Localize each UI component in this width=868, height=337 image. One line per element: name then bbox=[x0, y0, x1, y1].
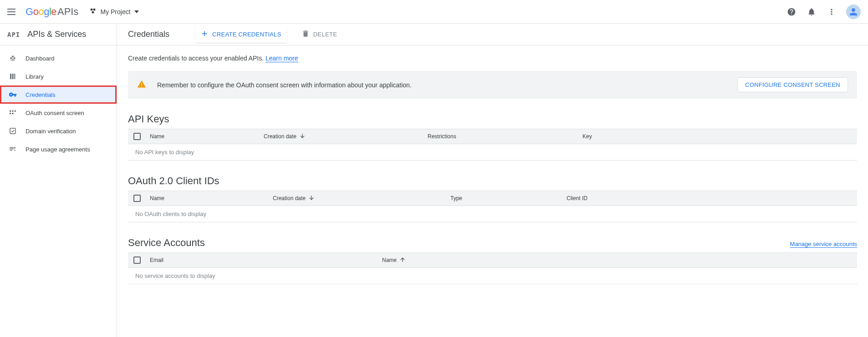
col-type[interactable]: Type bbox=[450, 195, 567, 201]
consent-icon bbox=[7, 107, 18, 118]
content-header: Credentials CREATE CREDENTIALS DELETE bbox=[117, 24, 868, 45]
help-icon[interactable] bbox=[786, 6, 797, 17]
arrow-up-icon bbox=[399, 257, 406, 264]
section-title: Service Accounts bbox=[128, 237, 205, 249]
section-oauth-clients: OAuth 2.0 Client IDs Name Creation date … bbox=[128, 175, 857, 222]
project-name: My Project bbox=[100, 8, 130, 15]
svg-rect-12 bbox=[12, 111, 14, 112]
table-header: Email Name bbox=[128, 252, 857, 268]
table-header: Name Creation date Restrictions Key bbox=[128, 129, 857, 144]
content: Credentials CREATE CREDENTIALS DELETE Cr… bbox=[117, 24, 868, 337]
domain-icon bbox=[7, 126, 18, 136]
empty-state: No API keys to display bbox=[128, 144, 857, 161]
empty-state: No service accounts to display bbox=[128, 268, 857, 284]
project-selector[interactable]: My Project bbox=[89, 7, 138, 16]
sidebar-header: API APIs & Services bbox=[0, 24, 117, 45]
select-all-checkbox[interactable] bbox=[133, 257, 141, 264]
trash-icon bbox=[301, 30, 310, 39]
col-creation-date[interactable]: Creation date bbox=[273, 195, 450, 202]
svg-rect-11 bbox=[10, 111, 11, 112]
key-icon bbox=[7, 89, 18, 100]
intro-text: Create credentials to access your enable… bbox=[128, 55, 857, 62]
arrow-down-icon bbox=[308, 195, 315, 202]
sidebar-item-oauth-consent[interactable]: OAuth consent screen bbox=[0, 104, 117, 122]
chevron-down-icon bbox=[134, 10, 139, 13]
warning-icon bbox=[137, 80, 146, 90]
sidebar-item-label: Domain verification bbox=[26, 128, 76, 135]
select-all-checkbox[interactable] bbox=[133, 133, 141, 140]
svg-point-2 bbox=[92, 11, 94, 13]
dashboard-icon bbox=[7, 53, 18, 64]
sidebar-title: APIs & Services bbox=[27, 30, 86, 39]
svg-rect-13 bbox=[15, 111, 16, 112]
svg-rect-15 bbox=[12, 113, 14, 114]
api-icon: API bbox=[7, 31, 20, 38]
svg-rect-14 bbox=[10, 113, 11, 114]
create-label: CREATE CREDENTIALS bbox=[212, 31, 281, 38]
sidebar-item-library[interactable]: Library bbox=[0, 67, 117, 86]
arrow-down-icon bbox=[299, 133, 306, 141]
manage-service-accounts-link[interactable]: Manage service accounts bbox=[790, 241, 857, 248]
svg-rect-9 bbox=[14, 74, 15, 79]
col-name[interactable]: Name bbox=[382, 257, 852, 264]
section-title: OAuth 2.0 Client IDs bbox=[128, 175, 220, 187]
sidebar-item-label: Library bbox=[26, 73, 44, 80]
alert-box: Remember to configure the OAuth consent … bbox=[128, 71, 857, 99]
col-key[interactable]: Key bbox=[582, 133, 852, 140]
svg-rect-7 bbox=[10, 74, 11, 79]
delete-button[interactable]: DELETE bbox=[296, 26, 342, 43]
project-icon bbox=[89, 7, 97, 16]
sidebar-item-label: OAuth consent screen bbox=[26, 110, 84, 116]
col-name[interactable]: Name bbox=[150, 195, 273, 201]
topbar: Google APIs My Project bbox=[0, 0, 868, 24]
select-all-checkbox[interactable] bbox=[133, 195, 141, 202]
svg-rect-10 bbox=[15, 74, 15, 79]
svg-point-1 bbox=[93, 8, 96, 10]
col-client-id[interactable]: Client ID bbox=[567, 195, 852, 201]
menu-icon[interactable] bbox=[7, 6, 18, 17]
delete-label: DELETE bbox=[313, 31, 337, 38]
svg-point-6 bbox=[12, 59, 14, 60]
svg-point-4 bbox=[12, 56, 14, 57]
svg-point-17 bbox=[14, 147, 15, 149]
apis-label: APIs bbox=[57, 6, 78, 18]
library-icon bbox=[7, 71, 18, 82]
avatar[interactable] bbox=[846, 5, 861, 19]
section-service-accounts: Service Accounts Manage service accounts… bbox=[128, 237, 857, 284]
svg-rect-8 bbox=[12, 74, 13, 79]
sidebar-item-page-usage[interactable]: Page usage agreements bbox=[0, 140, 117, 158]
col-email[interactable]: Email bbox=[150, 257, 382, 263]
sidebar-item-label: Credentials bbox=[26, 91, 56, 98]
empty-state: No OAuth clients to display bbox=[128, 206, 857, 222]
col-creation-date[interactable]: Creation date bbox=[264, 133, 428, 141]
sidebar-item-label: Dashboard bbox=[26, 55, 55, 62]
notifications-icon[interactable] bbox=[806, 6, 817, 17]
sidebar: API APIs & Services Dashboard Library bbox=[0, 24, 117, 337]
sidebar-item-credentials[interactable]: Credentials bbox=[0, 86, 117, 104]
col-name[interactable]: Name bbox=[150, 133, 264, 140]
google-apis-logo[interactable]: Google APIs bbox=[26, 6, 78, 18]
configure-consent-button[interactable]: CONFIGURE CONSENT SCREEN bbox=[737, 77, 848, 92]
more-vert-icon[interactable] bbox=[826, 6, 837, 17]
page-title: Credentials bbox=[128, 30, 169, 39]
svg-point-3 bbox=[10, 58, 12, 59]
section-api-keys: API Keys Name Creation date Restrictions… bbox=[128, 113, 857, 161]
create-credentials-button[interactable]: CREATE CREDENTIALS bbox=[195, 26, 287, 43]
sidebar-item-domain-verification[interactable]: Domain verification bbox=[0, 122, 117, 140]
section-title: API Keys bbox=[128, 113, 169, 125]
svg-point-5 bbox=[14, 58, 15, 59]
plus-icon bbox=[200, 30, 209, 39]
sidebar-item-label: Page usage agreements bbox=[26, 146, 90, 153]
alert-text: Remember to configure the OAuth consent … bbox=[157, 81, 737, 89]
col-restrictions[interactable]: Restrictions bbox=[428, 133, 582, 140]
agreements-icon bbox=[7, 144, 18, 155]
table-header: Name Creation date Type Client ID bbox=[128, 191, 857, 206]
sidebar-item-dashboard[interactable]: Dashboard bbox=[0, 49, 117, 67]
learn-more-link[interactable]: Learn more bbox=[266, 55, 298, 62]
svg-point-0 bbox=[91, 8, 93, 10]
svg-rect-16 bbox=[10, 128, 15, 134]
